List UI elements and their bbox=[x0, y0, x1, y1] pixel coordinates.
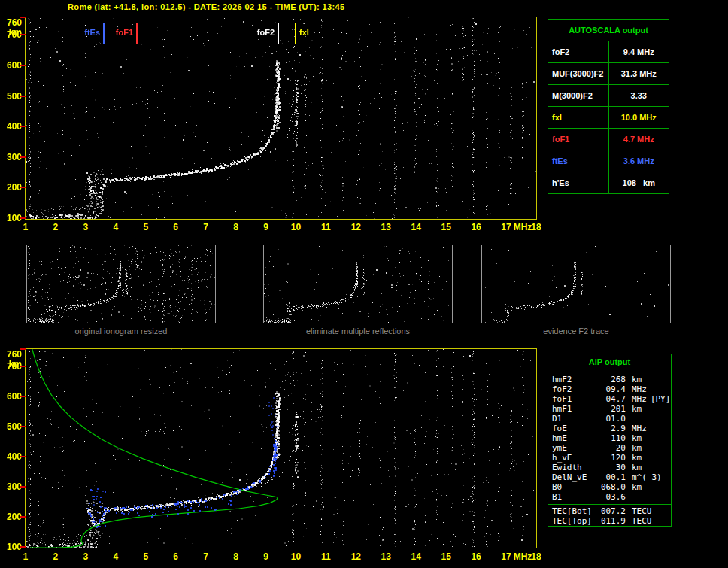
aip-row: TEC[Bot]007.2TECU bbox=[552, 506, 671, 516]
autoscala-row-value: 31.3 MHz bbox=[608, 63, 669, 85]
aip-row-value: 01.0 bbox=[599, 414, 626, 424]
aip-row-name: DelN_vE bbox=[552, 472, 599, 482]
thumb-evidence-f2-trace-canvas bbox=[482, 245, 670, 323]
x-axis-label: 6 bbox=[165, 222, 187, 232]
y-axis-label: 300 bbox=[0, 481, 22, 492]
y-axis-label: 600 bbox=[0, 391, 22, 402]
aip-row-value: 09.4 bbox=[599, 384, 626, 394]
aip-row-unit: km bbox=[632, 453, 642, 463]
x-axis-unit-label: MHz bbox=[510, 222, 535, 232]
aip-tec-rows: TEC[Bot]007.2TECUTEC[Top]011.9TECU bbox=[548, 506, 671, 526]
aip-row-unit: TECU bbox=[632, 516, 652, 526]
aip-row-name: B0 bbox=[552, 482, 599, 492]
y-axis-label: 760 bbox=[0, 349, 22, 360]
aip-row: B0068.0km bbox=[552, 482, 671, 492]
autoscala-row: MUF(3000)F231.3 MHz bbox=[548, 63, 669, 85]
x-axis-label: 5 bbox=[135, 222, 157, 232]
y-axis-label: 100 bbox=[0, 542, 22, 552]
autoscala-row-value: 3.6 MHz bbox=[608, 150, 669, 172]
aip-row-name: h_vE bbox=[552, 453, 599, 463]
y-axis-tick bbox=[20, 217, 26, 219]
aip-row-name: ymE bbox=[552, 443, 599, 453]
thumb-caption-evidence: evidence F2 trace bbox=[481, 327, 671, 336]
x-axis-label: 3 bbox=[74, 551, 97, 562]
aip-row-value: 2.9 bbox=[599, 424, 626, 433]
x-axis-unit-label: MHz bbox=[510, 551, 535, 562]
aip-row-unit: MHz bbox=[632, 384, 647, 394]
x-axis-label: 11 bbox=[314, 551, 337, 562]
y-axis-label: 700 bbox=[0, 361, 22, 372]
aip-row-value: 00.1 bbox=[599, 472, 626, 482]
y-axis-tick bbox=[20, 17, 26, 18]
station-date-time-title: Rome (lat: +41.8, lon: 012.5) - DATE: 20… bbox=[68, 2, 345, 11]
aip-panel-title: AIP output bbox=[548, 354, 671, 369]
x-axis-label: 7 bbox=[195, 222, 217, 232]
autoscala-row-value: 10.0 MHz bbox=[608, 107, 669, 129]
y-axis-label: 400 bbox=[0, 451, 22, 462]
autoscala-table: AUTOSCALA output foF29.4 MHzMUF(3000)F23… bbox=[548, 19, 669, 194]
x-axis-label: 9 bbox=[255, 551, 278, 562]
aip-row: B103.6 bbox=[552, 492, 671, 502]
autoscala-output-panel: AUTOSCALA output foF29.4 MHzMUF(3000)F23… bbox=[548, 19, 669, 194]
autoscala-row-label: foF2 bbox=[548, 41, 609, 63]
x-axis-label: 16 bbox=[465, 222, 487, 232]
x-axis-label: 12 bbox=[344, 551, 367, 562]
x-axis-label: 13 bbox=[375, 222, 397, 232]
y-axis-tick bbox=[20, 486, 26, 488]
aip-row-unit: MHz bbox=[632, 424, 647, 433]
x-axis-label: 2 bbox=[44, 551, 67, 562]
aip-row-unit: MHz bbox=[632, 394, 647, 404]
y-axis-label: 500 bbox=[0, 421, 22, 432]
aip-row-value: 03.6 bbox=[599, 492, 626, 502]
x-axis-label: 14 bbox=[405, 551, 427, 562]
x-axis-label: 15 bbox=[435, 222, 457, 232]
x-axis-label: 1 bbox=[14, 551, 37, 562]
y-axis-tick bbox=[20, 366, 26, 367]
x-axis-label: 14 bbox=[405, 222, 427, 232]
y-axis-label: 300 bbox=[0, 152, 22, 163]
x-axis-label: 10 bbox=[284, 222, 307, 232]
y-axis-tick bbox=[20, 126, 26, 127]
y-axis-label: 700 bbox=[0, 29, 22, 40]
aip-row-name: D1 bbox=[552, 414, 599, 424]
aip-output-panel: AIP output hmF2268kmfoF209.4MHzfoF104.7M… bbox=[548, 354, 672, 527]
aip-row-value: 011.9 bbox=[599, 516, 626, 526]
thumb-eliminate-reflections-canvas bbox=[264, 245, 452, 323]
thumb-evidence-f2-trace bbox=[481, 245, 671, 323]
aip-row-value: 268 bbox=[599, 375, 626, 384]
x-axis-label: 7 bbox=[195, 551, 217, 562]
aip-row: h_vE120km bbox=[552, 453, 671, 463]
aip-row: foF209.4MHz bbox=[552, 384, 671, 394]
y-axis-label: 200 bbox=[0, 182, 22, 193]
thumb-original-ionogram-canvas bbox=[27, 245, 215, 323]
y-axis-label: 500 bbox=[0, 91, 22, 102]
y-axis-label: 760 bbox=[0, 17, 22, 28]
thumb-original-ionogram bbox=[26, 245, 216, 323]
aip-row: TEC[Top]011.9TECU bbox=[552, 516, 671, 526]
aip-row-value: 120 bbox=[599, 453, 626, 463]
autoscala-table-title: AUTOSCALA output bbox=[548, 20, 669, 41]
x-axis-label: 8 bbox=[225, 222, 247, 232]
aip-row: foF104.7MHz[PY] bbox=[552, 394, 671, 404]
x-axis-label: 2 bbox=[44, 222, 67, 232]
aip-row: hmF1201km bbox=[552, 404, 671, 414]
y-axis-tick bbox=[20, 516, 26, 518]
aip-row-name: foE bbox=[552, 424, 599, 433]
y-axis-tick bbox=[20, 96, 26, 97]
x-axis-label: 9 bbox=[255, 222, 278, 232]
aip-row-unit: km bbox=[632, 433, 642, 443]
x-axis-label: 5 bbox=[135, 551, 157, 562]
autoscala-table-header-row: AUTOSCALA output bbox=[548, 20, 669, 41]
scaled-ionogram-plot bbox=[25, 17, 537, 220]
x-axis-label: 15 bbox=[435, 551, 457, 562]
x-axis-label: 6 bbox=[165, 551, 187, 562]
aip-row-name: TEC[Top] bbox=[552, 516, 599, 526]
y-axis-tick bbox=[20, 34, 26, 35]
aip-row-note: [PY] bbox=[651, 394, 671, 404]
autoscala-row-value: 3.33 bbox=[608, 85, 669, 107]
x-axis-label: 8 bbox=[225, 551, 247, 562]
y-axis-label: 200 bbox=[0, 512, 22, 522]
aip-row-name: hmE bbox=[552, 433, 599, 443]
thumb-eliminate-reflections bbox=[263, 245, 453, 323]
autoscala-row: fxI10.0 MHz bbox=[548, 107, 669, 129]
